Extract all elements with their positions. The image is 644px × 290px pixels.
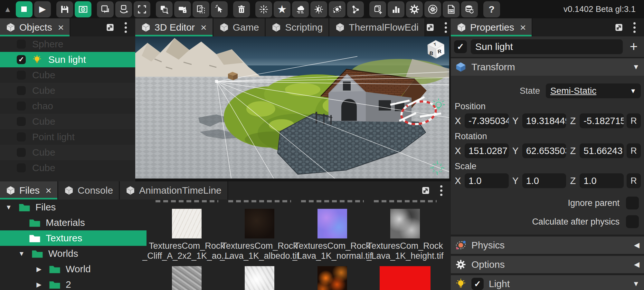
rotation-y-input[interactable]: 62.653503 [522,143,566,158]
texture-thumbnail[interactable] [245,209,274,238]
database-refresh-button[interactable] [461,1,478,17]
help-button[interactable]: ? [483,1,500,17]
tab-scripting[interactable]: Scripting [266,18,329,36]
texture-thumbnail[interactable] [380,266,431,290]
tab-files[interactable]: Files × [0,181,58,199]
chevron-left-icon[interactable]: ◀ [634,241,639,249]
expand-panel-icon[interactable] [425,23,435,32]
texture-thumbnail[interactable] [390,209,420,238]
position-z-input[interactable]: -5.1827154 [580,113,624,128]
object-visibility-checkbox[interactable] [17,163,26,172]
chevron-down-icon[interactable]: ▼ [632,63,639,71]
brightness-button[interactable] [310,1,327,17]
duplicate-button[interactable] [156,1,173,17]
position-x-input[interactable]: -7.395034 [465,113,509,128]
chevron-down-icon[interactable]: ▼ [4,204,14,211]
add-component-button[interactable]: + [627,40,641,53]
tab-properties[interactable]: Properties × [451,18,533,36]
statistics-button[interactable] [388,1,404,17]
object-row[interactable]: Point light [0,129,135,145]
texture-thumbnail[interactable] [245,266,274,290]
scene-view-button[interactable] [75,1,91,17]
texture-thumbnail[interactable] [172,209,202,238]
calculate-after-physics-checkbox[interactable] [626,215,639,228]
tab-objects[interactable]: Objects × [0,18,71,36]
scale-reset-button[interactable]: R [627,173,641,188]
export-apk-button[interactable]: APK [443,1,459,17]
scale-z-input[interactable]: 1.0 [580,173,624,188]
state-dropdown[interactable]: Semi-Static ▼ [546,83,641,98]
position-y-input[interactable]: 19.318449 [522,113,566,128]
panel-menu-icon[interactable] [440,185,442,196]
node-graph-button[interactable] [347,1,364,17]
tree-item-materials[interactable]: Materials [0,215,147,230]
texture-thumbnail[interactable] [317,266,347,290]
object-visibility-checkbox[interactable] [17,86,26,95]
object-row[interactable]: Cube [0,83,135,98]
selection-region-button[interactable] [193,1,209,17]
tree-item-world[interactable]: ▶ World [0,261,147,277]
object-name-input[interactable]: Sun light [471,39,623,54]
section-light[interactable]: ✓ Light ▼ [451,275,644,290]
favorites-button[interactable]: ★ [274,1,290,17]
engine-settings-button[interactable] [424,1,441,17]
close-icon[interactable]: × [58,22,64,33]
section-options[interactable]: Options ◀ [451,256,644,273]
object-visibility-checkbox[interactable] [17,132,26,141]
light-origin-handle[interactable] [215,80,218,83]
chevron-down-icon[interactable]: ▼ [17,250,26,257]
texture-thumbnail[interactable] [317,209,347,238]
delete-button[interactable] [233,1,250,17]
object-row[interactable]: Cube [0,67,135,83]
expand-panel-icon[interactable] [614,23,624,32]
panel-menu-icon[interactable] [633,22,636,33]
close-icon[interactable]: × [45,185,52,196]
object-row[interactable]: chao [0,98,135,114]
object-visibility-checkbox[interactable] [17,71,26,80]
object-visibility-checkbox[interactable] [17,40,26,49]
position-reset-button[interactable]: R [627,113,641,128]
rotation-z-input[interactable]: 51.66243 [580,143,624,158]
object-visibility-checkbox[interactable] [17,102,26,111]
scale-y-input[interactable]: 1.0 [522,173,566,188]
object-row[interactable]: Sphere [0,36,135,52]
texture-filename[interactable]: TexturesCom_Rock_Cliff_A_2x2_1K_ao.... [142,241,231,261]
tree-item-2[interactable]: ▶ 2 [0,277,147,290]
project-settings-button[interactable] [406,1,423,17]
viewport-3d[interactable]: T B R [135,36,449,179]
object-visibility-checkbox[interactable] [17,117,26,126]
translate-tool-button[interactable] [97,1,114,17]
object-visibility-checkbox[interactable] [17,148,26,157]
physics-world-button[interactable] [329,1,346,17]
texture-filename[interactable]: TexturesCom_Rock_Lava_1K_height.tif [367,241,444,261]
save-button[interactable] [56,1,73,17]
effects-button[interactable] [255,1,272,17]
camera-lock-button[interactable] [174,1,191,17]
section-transform[interactable]: Transform ▼ [451,58,644,76]
play-button[interactable]: ▶ [34,1,51,17]
add-object-button[interactable] [369,1,386,17]
expand-panel-icon[interactable] [421,186,431,195]
chevron-down-icon[interactable]: ▼ [632,280,639,288]
panel-menu-icon[interactable] [445,22,447,33]
chevron-left-icon[interactable]: ◀ [634,260,639,269]
texture-filename[interactable]: TexturesCom_Rock_Lava_1K_albedo.tif [220,241,299,261]
rotation-x-input[interactable]: 151.0287 [465,143,509,158]
chevron-right-icon[interactable]: ▶ [34,265,44,273]
rotation-reset-button[interactable]: R [627,143,641,158]
scale-x-input[interactable]: 1.0 [465,173,509,188]
chevron-right-icon[interactable]: ▶ [34,281,44,288]
environment-button[interactable] [292,1,309,17]
texture-thumbnail[interactable] [172,266,202,290]
object-visibility-checkbox[interactable]: ✓ [17,55,26,64]
tab-thermalflow[interactable]: ThermalFlowEdi [329,18,425,36]
tree-item-files[interactable]: ▼ Files [0,199,147,215]
close-icon[interactable]: × [201,22,207,33]
object-row-selected[interactable]: ✓ Sun light [0,52,135,67]
rotate-tool-button[interactable] [115,1,132,17]
cube-face-left[interactable]: B [429,50,434,56]
tree-item-worlds[interactable]: ▼ Worlds [0,246,147,261]
ignore-parent-checkbox[interactable] [626,197,639,209]
collapse-toolbar-icon[interactable]: ▲ [4,5,12,13]
section-physics[interactable]: Physics ◀ [451,237,644,254]
